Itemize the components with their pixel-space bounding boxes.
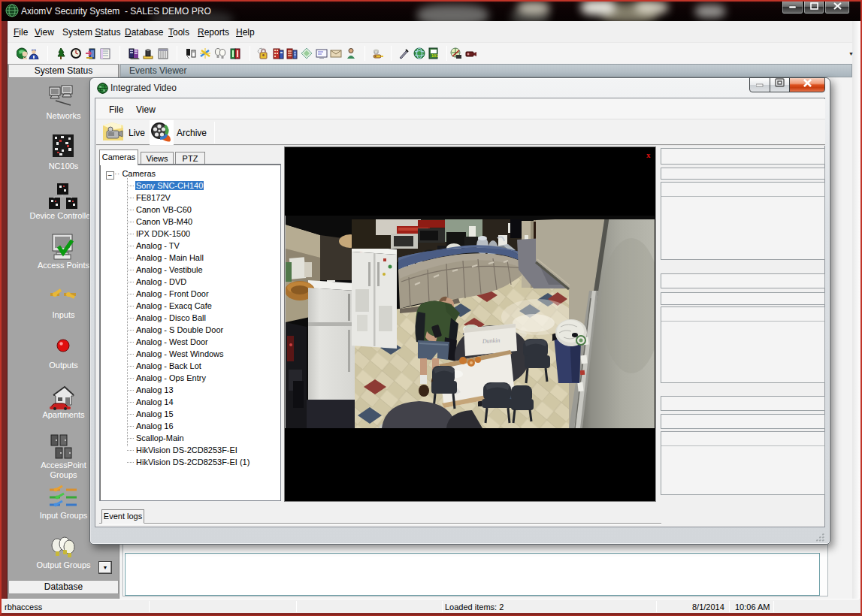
svg-text:Dunkin: Dunkin (482, 337, 501, 345)
svg-text:101: 101 (431, 53, 438, 58)
